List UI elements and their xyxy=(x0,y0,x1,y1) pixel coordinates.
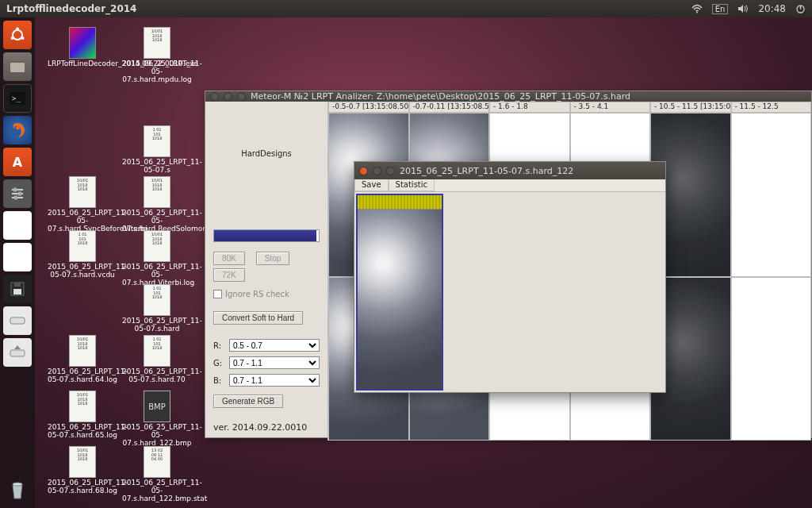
svg-rect-13 xyxy=(14,196,17,200)
channel-cell[interactable] xyxy=(731,277,812,441)
r-select[interactable]: 0.5 - 0.7 xyxy=(229,339,320,352)
file-icon: 10/0110181018 xyxy=(69,391,96,422)
ubuntu-dash-icon[interactable] xyxy=(3,21,32,49)
svg-point-19 xyxy=(13,483,22,486)
image-window: 2015_06_25_LRPT_11-05-07.s.hard_122 Save… xyxy=(354,161,666,393)
icon-label: 2015_06_25_LRPT_11-05-07.s.hard xyxy=(122,317,202,333)
b-select[interactable]: 0.7 - 1.1 xyxy=(229,374,320,387)
svg-point-0 xyxy=(696,12,698,13)
minimize-icon[interactable] xyxy=(224,92,232,101)
icon-label: 2015_06_25_LRPT_11-05-07.s.hard.65.log xyxy=(48,423,128,439)
desktop-icon[interactable]: 10/01101810182015_06_25_LRPT_11-05-07.s.… xyxy=(48,391,117,440)
files-icon[interactable] xyxy=(3,52,32,81)
file-icon: 10/0110181018 xyxy=(69,335,96,367)
drive-icon[interactable] xyxy=(3,211,32,240)
channel-header: - 11.5 - 12.5 xyxy=(731,102,812,113)
controls-panel: HardDesigns 80K Stop 72K Ignore RS check… xyxy=(205,102,327,441)
close-icon[interactable] xyxy=(359,167,368,175)
app-flag-icon[interactable] xyxy=(3,243,32,271)
icon-label: 2015_06_25_LRPT_11-05-07.s.hard.mpdu.log xyxy=(122,60,202,83)
image-body xyxy=(354,192,665,392)
generate-rgb-button[interactable]: Generate RGB xyxy=(213,394,283,408)
file-icon: 10/0110181018 xyxy=(69,176,96,208)
channel-header: - 10.5 - 11.5 [13:15:07.272] xyxy=(650,102,731,113)
channel-header: -0.7-0.11 [13:15:08.504] xyxy=(409,102,490,113)
close-icon[interactable] xyxy=(210,92,219,101)
icon-label: 2015_06_25_LRPT_11-05-07.s.hard.vcdu xyxy=(48,263,128,279)
desktop-icon[interactable]: 10/01101810182015_06_25_LRPT_11-05-07.s.… xyxy=(122,176,192,233)
file-icon: 10/0110181018 xyxy=(69,446,96,478)
ignore-rs-label: Ignore RS check xyxy=(225,290,289,298)
power-icon[interactable] xyxy=(795,4,806,14)
external-drive-icon[interactable] xyxy=(3,306,32,335)
rgb-image-strip[interactable] xyxy=(356,194,443,391)
file-icon: 10/0110181018 xyxy=(144,27,170,59)
svg-rect-11 xyxy=(13,188,17,192)
version-label: ver. 2014.09.22.0010 xyxy=(213,422,320,433)
desktop-icon[interactable]: 1 0110110182015_06_25_LRPT_11-05-07.s.ha… xyxy=(48,230,117,279)
desktop-icon[interactable]: 10/01101810182015_06_25_LRPT_11-05-07.s.… xyxy=(48,335,117,384)
desktop-icon[interactable]: 10/01101810182015_06_25_LRPT_11-05-07.s.… xyxy=(122,230,192,287)
desktop-icon[interactable]: 1 0110110182015_06_25_LRPT_11-05-07.s.ha… xyxy=(122,335,192,384)
icon-label: 2015_06_25_LRPT_11-05-07.s.hard.Viterbi.… xyxy=(122,263,202,287)
channel-cell[interactable] xyxy=(731,113,812,277)
file-icon: 13 0208 1104 00 xyxy=(144,446,170,478)
software-center-icon[interactable]: A xyxy=(3,148,32,176)
strip-header xyxy=(358,195,442,210)
icon-label: 2015_06_25_LRPT_11-05-07.s.hard.68.log xyxy=(48,479,128,495)
convert-button[interactable]: Convert Soft to Hard xyxy=(213,311,303,325)
b-label: B: xyxy=(213,376,224,385)
trash-icon[interactable] xyxy=(3,475,32,503)
desktop-icon[interactable]: 1 0110110182015_06_25_LRPT_11-05-07.s xyxy=(122,125,192,175)
desktop-icon[interactable]: BMP2015_06_25_LRPT_11-05-07.s.hard_122.b… xyxy=(122,391,192,448)
desktop-icon[interactable]: 10/01101810182015_06_25_LRPT_11-05-07.s.… xyxy=(48,446,117,495)
minimize-icon[interactable] xyxy=(373,167,381,175)
analyzer-titlebar[interactable]: Meteor-M №2 LRPT Analizer: Z:\home\pete\… xyxy=(205,91,811,102)
settings-icon[interactable] xyxy=(3,179,32,208)
file-icon: 1 011011018 xyxy=(144,125,170,157)
progress-fill xyxy=(214,230,316,241)
channel-header: - 1.6 - 1.8 xyxy=(489,102,570,113)
72k-button[interactable]: 72K xyxy=(213,268,245,282)
svg-rect-17 xyxy=(10,318,25,324)
ignore-rs-checkbox[interactable] xyxy=(213,290,222,298)
maximize-icon[interactable] xyxy=(386,167,395,175)
r-label: R: xyxy=(213,341,224,350)
terminal-icon[interactable]: >_ xyxy=(3,84,32,113)
svg-rect-12 xyxy=(18,192,21,196)
volume-icon[interactable] xyxy=(737,4,749,13)
desktop-icon[interactable]: 10/01101810182015_06_25_LRPT_11-05-07.s.… xyxy=(122,27,192,84)
hard-designs-label: HardDesigns xyxy=(213,149,320,158)
menu-statistic[interactable]: Statistic xyxy=(389,179,435,191)
floppy-icon[interactable] xyxy=(3,275,32,303)
desktop-icon[interactable]: 1 0110110182015_06_25_LRPT_11-05-07.s.ha… xyxy=(122,284,192,333)
svg-rect-16 xyxy=(13,289,21,294)
svg-point-5 xyxy=(21,37,25,40)
exe-icon xyxy=(69,27,96,59)
removable-drive-icon[interactable] xyxy=(3,338,32,367)
wifi-icon[interactable] xyxy=(691,4,703,13)
analyzer-title: Meteor-M №2 LRPT Analizer: Z:\home\pete\… xyxy=(251,91,630,102)
active-window-title: Lrptofflinedecoder_2014 xyxy=(6,3,691,14)
desktop-icon[interactable]: 13 0208 1104 002015_06_25_LRPT_11-05-07.… xyxy=(122,446,192,503)
keyboard-layout[interactable]: En xyxy=(712,4,729,14)
system-indicators: En 20:48 xyxy=(691,3,806,14)
menu-save[interactable]: Save xyxy=(354,179,389,191)
g-select[interactable]: 0.7 - 1.1 xyxy=(229,356,320,369)
80k-button[interactable]: 80K xyxy=(213,252,245,265)
stop-button[interactable]: Stop xyxy=(256,252,290,265)
firefox-icon[interactable] xyxy=(3,116,32,144)
file-icon: 1 011011018 xyxy=(144,335,170,367)
desktop-icon[interactable]: 10/01101810182015_06_25_LRPT_11-05-07.s.… xyxy=(48,176,117,233)
desktop-icon[interactable]: LRPToffLineDecoder_2014.09.22.0010.exe xyxy=(48,27,117,68)
svg-point-2 xyxy=(13,30,22,40)
clock[interactable]: 20:48 xyxy=(758,3,786,14)
image-titlebar[interactable]: 2015_06_25_LRPT_11-05-07.s.hard_122 xyxy=(354,162,665,179)
svg-point-4 xyxy=(11,37,14,40)
svg-rect-18 xyxy=(10,350,25,356)
channel-header: - 3.5 - 4.1 xyxy=(570,102,651,113)
file-icon: 1 011011018 xyxy=(144,284,170,316)
maximize-icon[interactable] xyxy=(237,92,246,101)
image-menubar: Save Statistic xyxy=(354,179,665,192)
g-label: G: xyxy=(213,359,224,368)
